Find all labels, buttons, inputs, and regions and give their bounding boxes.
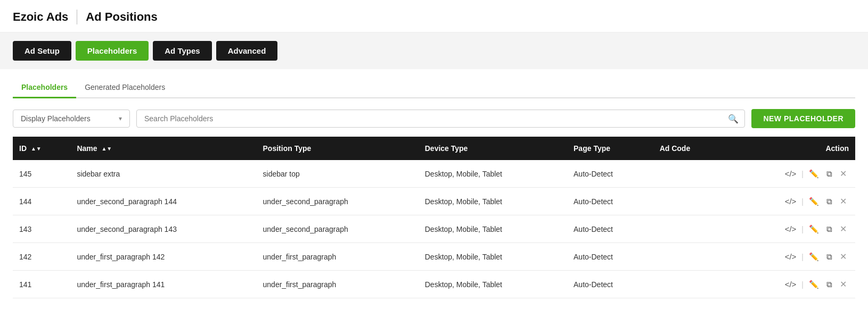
- search-input[interactable]: [136, 110, 745, 128]
- cell-name: under_first_paragraph 142: [70, 243, 256, 271]
- code-icon[interactable]: </>: [783, 279, 799, 290]
- col-action: Action: [725, 137, 855, 160]
- divider: |: [801, 225, 804, 233]
- table-row: 144 under_second_paragraph 144 under_sec…: [13, 188, 855, 215]
- cell-name: under_first_paragraph 141: [70, 271, 256, 298]
- cell-page-type: Auto-Detect: [567, 243, 653, 271]
- delete-icon[interactable]: ✕: [838, 168, 849, 180]
- cell-device-type: Desktop, Mobile, Tablet: [419, 243, 567, 271]
- cell-device-type: Desktop, Mobile, Tablet: [419, 188, 567, 215]
- display-placeholders-dropdown[interactable]: Display Placeholders ▾: [13, 110, 130, 128]
- cell-name: under_second_paragraph 144: [70, 188, 256, 215]
- col-name: Name ▲▼: [70, 137, 256, 160]
- cell-action: </> | ✏️ ⧉ ✕: [725, 160, 855, 188]
- cell-position-type: under_second_paragraph: [257, 188, 419, 215]
- search-icon: 🔍: [728, 114, 739, 124]
- sort-icon-id[interactable]: ▲▼: [31, 146, 42, 152]
- chevron-down-icon: ▾: [119, 115, 122, 122]
- divider: |: [801, 253, 804, 261]
- code-icon[interactable]: </>: [783, 223, 799, 235]
- header-divider: [77, 10, 77, 24]
- cell-action: </> | ✏️ ⧉ ✕: [725, 215, 855, 243]
- col-device-type: Device Type: [419, 137, 567, 160]
- nav-btn-ad-setup[interactable]: Ad Setup: [13, 41, 71, 61]
- divider: |: [801, 280, 804, 289]
- nav-btn-advanced[interactable]: Advanced: [216, 41, 278, 61]
- copy-icon[interactable]: ⧉: [824, 223, 834, 235]
- copy-icon[interactable]: ⧉: [824, 251, 834, 263]
- cell-action: </> | ✏️ ⧉ ✕: [725, 188, 855, 215]
- code-icon[interactable]: </>: [783, 168, 799, 179]
- new-placeholder-button[interactable]: NEW PLACEHOLDER: [751, 109, 855, 128]
- cell-id: 145: [13, 160, 70, 188]
- delete-icon[interactable]: ✕: [838, 195, 849, 207]
- tab-generated-placeholders[interactable]: Generated Placeholders: [76, 78, 174, 98]
- app-name: Ezoic Ads: [13, 10, 68, 24]
- sort-icon-name[interactable]: ▲▼: [101, 146, 112, 152]
- cell-action: </> | ✏️ ⧉ ✕: [725, 243, 855, 271]
- table-row: 145 sidebar extra sidebar top Desktop, M…: [13, 160, 855, 188]
- cell-page-type: Auto-Detect: [567, 215, 653, 243]
- edit-icon[interactable]: ✏️: [807, 196, 821, 207]
- divider: |: [801, 197, 804, 206]
- tabs: Placeholders Generated Placeholders: [13, 69, 855, 98]
- edit-icon[interactable]: ✏️: [807, 168, 821, 180]
- code-icon[interactable]: </>: [783, 196, 799, 207]
- cell-ad-code: [653, 160, 725, 188]
- table-row: 143 under_second_paragraph 143 under_sec…: [13, 215, 855, 243]
- cell-ad-code: [653, 243, 725, 271]
- cell-ad-code: [653, 188, 725, 215]
- cell-id: 143: [13, 215, 70, 243]
- cell-name: under_second_paragraph 143: [70, 215, 256, 243]
- col-ad-code: Ad Code: [653, 137, 725, 160]
- cell-page-type: Auto-Detect: [567, 271, 653, 298]
- tab-placeholders[interactable]: Placeholders: [13, 78, 76, 98]
- placeholders-table: ID ▲▼ Name ▲▼ Position Type Device Type …: [13, 137, 855, 298]
- delete-icon[interactable]: ✕: [838, 250, 849, 263]
- delete-icon[interactable]: ✕: [838, 223, 849, 235]
- edit-icon[interactable]: ✏️: [807, 223, 821, 235]
- cell-id: 141: [13, 271, 70, 298]
- nav-btn-ad-types[interactable]: Ad Types: [153, 41, 211, 61]
- edit-icon[interactable]: ✏️: [807, 251, 821, 263]
- cell-ad-code: [653, 271, 725, 298]
- nav-btn-placeholders[interactable]: Placeholders: [76, 41, 149, 61]
- cell-action: </> | ✏️ ⧉ ✕: [725, 271, 855, 298]
- cell-device-type: Desktop, Mobile, Tablet: [419, 271, 567, 298]
- nav-bar: Ad Setup Placeholders Ad Types Advanced: [0, 32, 868, 69]
- edit-icon[interactable]: ✏️: [807, 279, 821, 290]
- dropdown-label: Display Placeholders: [21, 114, 91, 123]
- delete-icon[interactable]: ✕: [838, 278, 849, 290]
- cell-device-type: Desktop, Mobile, Tablet: [419, 160, 567, 188]
- divider: |: [801, 170, 804, 178]
- cell-id: 144: [13, 188, 70, 215]
- cell-position-type: under_first_paragraph: [257, 271, 419, 298]
- cell-position-type: under_first_paragraph: [257, 243, 419, 271]
- search-wrapper: 🔍: [136, 110, 745, 128]
- copy-icon[interactable]: ⧉: [824, 168, 834, 180]
- code-icon[interactable]: </>: [783, 251, 799, 262]
- toolbar: Display Placeholders ▾ 🔍 NEW PLACEHOLDER: [13, 109, 855, 128]
- cell-name: sidebar extra: [70, 160, 256, 188]
- cell-position-type: sidebar top: [257, 160, 419, 188]
- table-row: 141 under_first_paragraph 141 under_firs…: [13, 271, 855, 298]
- content-area: Placeholders Generated Placeholders Disp…: [0, 69, 868, 311]
- page-title: Ad Positions: [86, 10, 157, 24]
- cell-page-type: Auto-Detect: [567, 160, 653, 188]
- col-position-type: Position Type: [257, 137, 419, 160]
- cell-position-type: under_second_paragraph: [257, 215, 419, 243]
- cell-page-type: Auto-Detect: [567, 188, 653, 215]
- cell-ad-code: [653, 215, 725, 243]
- cell-id: 142: [13, 243, 70, 271]
- col-page-type: Page Type: [567, 137, 653, 160]
- col-id: ID ▲▼: [13, 137, 70, 160]
- copy-icon[interactable]: ⧉: [824, 196, 834, 207]
- table-row: 142 under_first_paragraph 142 under_firs…: [13, 243, 855, 271]
- cell-device-type: Desktop, Mobile, Tablet: [419, 215, 567, 243]
- copy-icon[interactable]: ⧉: [824, 279, 834, 290]
